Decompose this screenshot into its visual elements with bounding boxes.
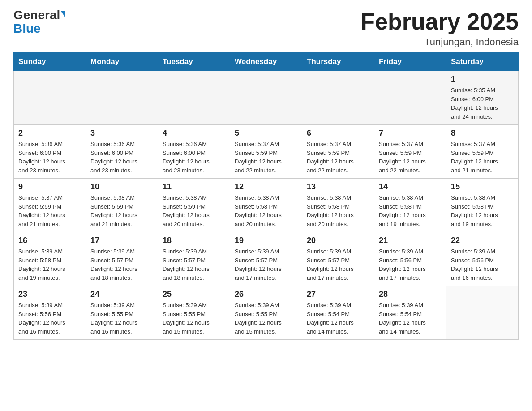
calendar-title-block: February 2025 Tunjungan, Indonesia bbox=[360, 9, 519, 48]
calendar-cell: 1Sunrise: 5:35 AM Sunset: 6:00 PM Daylig… bbox=[446, 71, 519, 125]
day-info: Sunrise: 5:37 AM Sunset: 5:59 PM Dayligh… bbox=[235, 140, 297, 175]
calendar-cell: 2Sunrise: 5:36 AM Sunset: 6:00 PM Daylig… bbox=[14, 125, 86, 179]
calendar-cell: 15Sunrise: 5:38 AM Sunset: 5:58 PM Dayli… bbox=[446, 179, 519, 232]
calendar-cell: 7Sunrise: 5:37 AM Sunset: 5:59 PM Daylig… bbox=[374, 125, 446, 179]
calendar-cell: 9Sunrise: 5:37 AM Sunset: 5:59 PM Daylig… bbox=[14, 179, 86, 232]
day-info: Sunrise: 5:39 AM Sunset: 5:56 PM Dayligh… bbox=[18, 301, 81, 336]
day-number: 16 bbox=[18, 236, 81, 245]
days-of-week-row: SundayMondayTuesdayWednesdayThursdayFrid… bbox=[14, 53, 519, 71]
calendar-cell: 17Sunrise: 5:39 AM Sunset: 5:57 PM Dayli… bbox=[86, 232, 158, 286]
logo: General Blue bbox=[13, 9, 65, 35]
calendar-cell bbox=[446, 286, 519, 340]
calendar-cell bbox=[158, 71, 230, 125]
day-of-week-sunday: Sunday bbox=[14, 53, 86, 71]
day-number: 15 bbox=[451, 182, 514, 192]
day-number: 11 bbox=[163, 182, 225, 192]
week-row-1: 1Sunrise: 5:35 AM Sunset: 6:00 PM Daylig… bbox=[14, 71, 519, 125]
day-info: Sunrise: 5:39 AM Sunset: 5:58 PM Dayligh… bbox=[18, 247, 81, 282]
day-number: 13 bbox=[307, 182, 369, 192]
day-info: Sunrise: 5:39 AM Sunset: 5:57 PM Dayligh… bbox=[307, 247, 369, 282]
day-number: 10 bbox=[90, 182, 153, 192]
day-number: 2 bbox=[18, 128, 81, 138]
day-info: Sunrise: 5:39 AM Sunset: 5:57 PM Dayligh… bbox=[90, 247, 153, 282]
day-info: Sunrise: 5:38 AM Sunset: 5:59 PM Dayligh… bbox=[163, 193, 225, 228]
calendar-header: SundayMondayTuesdayWednesdayThursdayFrid… bbox=[14, 53, 519, 71]
calendar-cell: 25Sunrise: 5:39 AM Sunset: 5:55 PM Dayli… bbox=[158, 286, 230, 340]
day-info: Sunrise: 5:38 AM Sunset: 5:58 PM Dayligh… bbox=[451, 193, 514, 228]
day-number: 8 bbox=[451, 128, 514, 138]
day-info: Sunrise: 5:39 AM Sunset: 5:57 PM Dayligh… bbox=[235, 247, 297, 282]
calendar-cell: 5Sunrise: 5:37 AM Sunset: 5:59 PM Daylig… bbox=[230, 125, 302, 179]
day-info: Sunrise: 5:36 AM Sunset: 6:00 PM Dayligh… bbox=[163, 140, 225, 175]
day-number: 3 bbox=[90, 128, 153, 138]
day-of-week-tuesday: Tuesday bbox=[158, 53, 230, 71]
day-info: Sunrise: 5:39 AM Sunset: 5:56 PM Dayligh… bbox=[379, 247, 442, 282]
day-info: Sunrise: 5:37 AM Sunset: 5:59 PM Dayligh… bbox=[18, 193, 81, 228]
day-number: 6 bbox=[307, 128, 369, 138]
day-number: 1 bbox=[451, 75, 514, 84]
day-number: 18 bbox=[163, 236, 225, 245]
calendar-cell: 18Sunrise: 5:39 AM Sunset: 5:57 PM Dayli… bbox=[158, 232, 230, 286]
day-number: 22 bbox=[451, 236, 514, 245]
calendar-cell: 24Sunrise: 5:39 AM Sunset: 5:55 PM Dayli… bbox=[86, 286, 158, 340]
calendar-cell: 3Sunrise: 5:36 AM Sunset: 6:00 PM Daylig… bbox=[86, 125, 158, 179]
day-info: Sunrise: 5:39 AM Sunset: 5:55 PM Dayligh… bbox=[235, 301, 297, 336]
day-of-week-wednesday: Wednesday bbox=[230, 53, 302, 71]
calendar-cell: 14Sunrise: 5:38 AM Sunset: 5:58 PM Dayli… bbox=[374, 179, 446, 232]
day-number: 24 bbox=[90, 290, 153, 299]
page-header: General Blue February 2025 Tunjungan, In… bbox=[13, 9, 519, 48]
day-number: 27 bbox=[307, 290, 369, 299]
day-number: 12 bbox=[235, 182, 297, 192]
calendar-cell: 10Sunrise: 5:38 AM Sunset: 5:59 PM Dayli… bbox=[86, 179, 158, 232]
calendar-cell bbox=[86, 71, 158, 125]
day-number: 20 bbox=[307, 236, 369, 245]
day-number: 26 bbox=[235, 290, 297, 299]
day-info: Sunrise: 5:35 AM Sunset: 6:00 PM Dayligh… bbox=[451, 86, 514, 121]
calendar-cell: 20Sunrise: 5:39 AM Sunset: 5:57 PM Dayli… bbox=[302, 232, 374, 286]
day-of-week-monday: Monday bbox=[86, 53, 158, 71]
calendar-cell: 4Sunrise: 5:36 AM Sunset: 6:00 PM Daylig… bbox=[158, 125, 230, 179]
calendar-cell: 6Sunrise: 5:37 AM Sunset: 5:59 PM Daylig… bbox=[302, 125, 374, 179]
logo-blue: Blue bbox=[13, 22, 41, 35]
day-of-week-saturday: Saturday bbox=[446, 53, 519, 71]
calendar-table: SundayMondayTuesdayWednesdayThursdayFrid… bbox=[13, 52, 519, 340]
day-info: Sunrise: 5:37 AM Sunset: 5:59 PM Dayligh… bbox=[379, 140, 442, 175]
calendar-cell: 19Sunrise: 5:39 AM Sunset: 5:57 PM Dayli… bbox=[230, 232, 302, 286]
day-number: 14 bbox=[379, 182, 442, 192]
calendar-cell bbox=[230, 71, 302, 125]
calendar-cell: 27Sunrise: 5:39 AM Sunset: 5:54 PM Dayli… bbox=[302, 286, 374, 340]
calendar-cell: 8Sunrise: 5:37 AM Sunset: 5:59 PM Daylig… bbox=[446, 125, 519, 179]
day-info: Sunrise: 5:36 AM Sunset: 6:00 PM Dayligh… bbox=[90, 140, 153, 175]
day-info: Sunrise: 5:39 AM Sunset: 5:54 PM Dayligh… bbox=[379, 301, 442, 336]
day-info: Sunrise: 5:39 AM Sunset: 5:56 PM Dayligh… bbox=[451, 247, 514, 282]
day-number: 7 bbox=[379, 128, 442, 138]
day-number: 9 bbox=[18, 182, 81, 192]
calendar-cell: 21Sunrise: 5:39 AM Sunset: 5:56 PM Dayli… bbox=[374, 232, 446, 286]
calendar-cell bbox=[374, 71, 446, 125]
day-number: 25 bbox=[163, 290, 225, 299]
day-of-week-thursday: Thursday bbox=[302, 53, 374, 71]
day-number: 19 bbox=[235, 236, 297, 245]
day-info: Sunrise: 5:39 AM Sunset: 5:54 PM Dayligh… bbox=[307, 301, 369, 336]
calendar-cell: 23Sunrise: 5:39 AM Sunset: 5:56 PM Dayli… bbox=[14, 286, 86, 340]
day-number: 28 bbox=[379, 290, 442, 299]
day-info: Sunrise: 5:38 AM Sunset: 5:58 PM Dayligh… bbox=[379, 193, 442, 228]
calendar-month-year: February 2025 bbox=[360, 9, 519, 34]
day-info: Sunrise: 5:37 AM Sunset: 5:59 PM Dayligh… bbox=[307, 140, 369, 175]
calendar-cell: 16Sunrise: 5:39 AM Sunset: 5:58 PM Dayli… bbox=[14, 232, 86, 286]
day-number: 21 bbox=[379, 236, 442, 245]
logo-triangle-icon bbox=[61, 11, 65, 17]
week-row-4: 16Sunrise: 5:39 AM Sunset: 5:58 PM Dayli… bbox=[14, 232, 519, 286]
calendar-cell: 26Sunrise: 5:39 AM Sunset: 5:55 PM Dayli… bbox=[230, 286, 302, 340]
week-row-3: 9Sunrise: 5:37 AM Sunset: 5:59 PM Daylig… bbox=[14, 179, 519, 232]
day-info: Sunrise: 5:36 AM Sunset: 6:00 PM Dayligh… bbox=[18, 140, 81, 175]
day-number: 17 bbox=[90, 236, 153, 245]
calendar-cell: 28Sunrise: 5:39 AM Sunset: 5:54 PM Dayli… bbox=[374, 286, 446, 340]
calendar-body: 1Sunrise: 5:35 AM Sunset: 6:00 PM Daylig… bbox=[14, 71, 519, 340]
calendar-cell bbox=[14, 71, 86, 125]
calendar-cell: 22Sunrise: 5:39 AM Sunset: 5:56 PM Dayli… bbox=[446, 232, 519, 286]
calendar-cell: 13Sunrise: 5:38 AM Sunset: 5:58 PM Dayli… bbox=[302, 179, 374, 232]
calendar-cell: 12Sunrise: 5:38 AM Sunset: 5:58 PM Dayli… bbox=[230, 179, 302, 232]
logo-general: General bbox=[13, 9, 65, 21]
day-info: Sunrise: 5:39 AM Sunset: 5:57 PM Dayligh… bbox=[163, 247, 225, 282]
